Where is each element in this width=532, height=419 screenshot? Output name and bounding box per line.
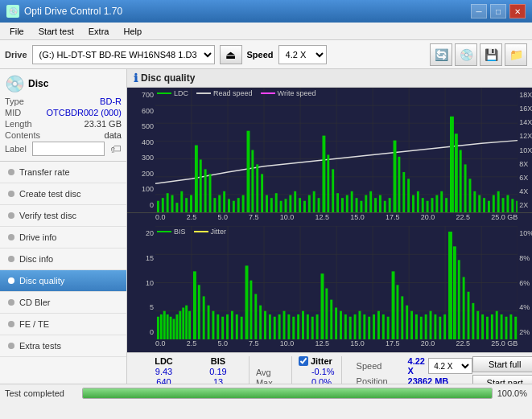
- svg-rect-176: [453, 246, 456, 339]
- nav-item-disc-quality[interactable]: Disc quality: [0, 270, 126, 292]
- svg-rect-111: [160, 314, 163, 339]
- legend-bis: BIS: [157, 228, 186, 236]
- nav-item-drive-info[interactable]: Drive info: [0, 227, 126, 249]
- svg-rect-80: [450, 117, 454, 212]
- svg-rect-83: [464, 164, 467, 212]
- menu-help[interactable]: Help: [117, 25, 148, 38]
- window-controls[interactable]: ─ □ ✕: [471, 4, 526, 18]
- svg-rect-59: [351, 191, 353, 212]
- svg-rect-132: [245, 265, 249, 339]
- disc-length-val: 23.31 GB: [85, 119, 122, 129]
- svg-rect-160: [377, 311, 380, 339]
- svg-rect-161: [382, 314, 385, 339]
- svg-rect-39: [256, 164, 258, 212]
- speed-select[interactable]: 4.2 X: [278, 45, 327, 64]
- left-panel: 💿 Disc Type BD-R MID OTCBDR002 (000) Len…: [0, 69, 127, 401]
- chart1-svg: [155, 88, 518, 212]
- svg-rect-20: [167, 193, 169, 212]
- svg-rect-72: [412, 195, 414, 212]
- svg-rect-128: [226, 314, 229, 339]
- svg-rect-67: [389, 198, 391, 212]
- svg-rect-183: [486, 317, 489, 339]
- nav-dot: [8, 212, 14, 219]
- svg-rect-26: [195, 146, 198, 212]
- svg-rect-70: [402, 172, 405, 212]
- nav-item-disc-info[interactable]: Disc info: [0, 249, 126, 270]
- svg-rect-38: [251, 150, 254, 213]
- toolbar-icons: 🔄 💿 💾 📁: [430, 43, 527, 66]
- disc-quality-header: ℹ Disc quality: [127, 69, 532, 88]
- svg-rect-60: [356, 198, 358, 212]
- jitter-checkbox[interactable]: [299, 356, 308, 366]
- stats-ldc-avg: 9.43: [134, 367, 194, 376]
- nav-label: Extra tests: [19, 341, 61, 351]
- speed-val: 4.22 X: [408, 356, 426, 376]
- svg-rect-114: [170, 317, 172, 339]
- svg-rect-23: [180, 191, 183, 212]
- svg-rect-188: [509, 314, 512, 339]
- menu-start-test[interactable]: Start test: [32, 25, 80, 38]
- svg-rect-164: [396, 285, 398, 339]
- svg-rect-172: [434, 314, 436, 339]
- refresh-button[interactable]: 🔄: [430, 43, 452, 66]
- menu-file[interactable]: File: [3, 25, 31, 38]
- write-button[interactable]: 💾: [480, 43, 502, 66]
- progress-fill: [83, 388, 492, 398]
- svg-rect-159: [373, 314, 375, 339]
- svg-rect-74: [422, 198, 424, 212]
- minimize-button[interactable]: ─: [471, 4, 487, 18]
- svg-rect-134: [254, 294, 257, 339]
- svg-rect-34: [233, 201, 235, 212]
- svg-rect-131: [241, 317, 243, 339]
- svg-rect-165: [401, 296, 403, 339]
- svg-rect-121: [193, 271, 196, 339]
- menu-extra[interactable]: Extra: [82, 25, 116, 38]
- svg-rect-76: [431, 198, 434, 212]
- nav-item-transfer-rate[interactable]: Transfer rate: [0, 162, 126, 183]
- disc-button[interactable]: 💿: [455, 43, 477, 66]
- nav-item-verify-test-disc[interactable]: Verify test disc: [0, 205, 126, 227]
- speed-select2[interactable]: 4.2 X: [428, 358, 472, 374]
- svg-rect-51: [313, 191, 315, 212]
- legend-read-label: Read speed: [213, 89, 253, 97]
- svg-rect-36: [242, 195, 245, 212]
- nav-item-fe-te[interactable]: FE / TE: [0, 314, 126, 335]
- title-bar: 💿 Opti Drive Control 1.70 ─ □ ✕: [0, 0, 532, 23]
- start-full-button[interactable]: Start full: [472, 356, 532, 372]
- svg-rect-155: [354, 314, 357, 339]
- svg-rect-180: [472, 303, 474, 339]
- nav-label: Disc info: [19, 254, 53, 264]
- svg-rect-40: [261, 174, 263, 212]
- svg-rect-187: [505, 317, 508, 339]
- close-button[interactable]: ✕: [509, 4, 526, 18]
- svg-rect-65: [379, 195, 381, 212]
- svg-rect-24: [185, 198, 188, 212]
- svg-rect-179: [468, 292, 470, 339]
- disc-label-row: Label 🏷: [5, 142, 122, 156]
- nav-item-cd-bler[interactable]: CD Bler: [0, 292, 126, 314]
- disc-mid-val: OTCBDR002 (000): [46, 108, 122, 117]
- title-bar-left: 💿 Opti Drive Control 1.70: [6, 5, 122, 18]
- svg-rect-136: [264, 311, 266, 339]
- svg-rect-139: [278, 314, 281, 339]
- drive-select[interactable]: (G:) HL-DT-ST BD-RE WH16NS48 1.D3: [32, 45, 215, 64]
- svg-rect-81: [455, 134, 458, 212]
- svg-rect-18: [157, 201, 159, 212]
- disc-contents-key: Contents: [5, 130, 40, 140]
- maximize-button[interactable]: □: [490, 4, 506, 18]
- stats-bis-header: BIS: [194, 356, 242, 366]
- nav-dot: [8, 256, 14, 262]
- stats-ldc-header: LDC: [134, 356, 194, 366]
- disc-contents-val: data: [105, 130, 122, 140]
- nav-item-create-test-disc[interactable]: Create test disc: [0, 183, 126, 205]
- eject-button[interactable]: ⏏: [220, 45, 242, 64]
- svg-rect-92: [506, 195, 509, 212]
- save-button[interactable]: 📁: [505, 43, 527, 66]
- svg-rect-141: [287, 314, 290, 339]
- svg-rect-133: [250, 281, 252, 339]
- svg-rect-122: [198, 285, 200, 339]
- label-edit-icon[interactable]: 🏷: [110, 142, 122, 155]
- svg-rect-35: [237, 198, 240, 212]
- disc-label-input[interactable]: [32, 142, 105, 156]
- nav-item-extra-tests[interactable]: Extra tests: [0, 335, 126, 357]
